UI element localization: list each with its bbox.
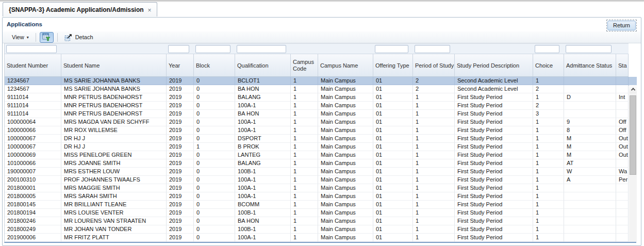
column-header-campus_name[interactable]: Campus Name: [318, 54, 373, 76]
table-cell: 1: [291, 77, 318, 85]
column-header-campus_code[interactable]: Campus Code: [291, 54, 318, 76]
table-cell: 0: [194, 159, 235, 168]
table-cell: Main Campus: [318, 168, 373, 176]
column-header-admittance_status[interactable]: Admittance Status: [564, 54, 616, 76]
table-cell: Main Campus: [318, 184, 373, 192]
table-cell: 01: [373, 192, 413, 201]
filter-input-choice[interactable]: [535, 45, 559, 53]
table-cell: 0: [194, 225, 235, 234]
table-cell: Main Campus: [318, 77, 373, 85]
filter-input-year[interactable]: [168, 45, 189, 53]
table-cell: 1: [413, 184, 455, 192]
column-header-status[interactable]: Sta: [616, 54, 629, 76]
tab-academic-application-admission[interactable]: {SNAPPA-3} Academic Application/Admissio…: [3, 2, 157, 17]
filter-input-qualification[interactable]: [237, 45, 286, 53]
table-row[interactable]: 9111014MNR PETRUS BADENHORST20190BA HON1…: [5, 110, 629, 118]
table-cell: 1: [533, 192, 564, 201]
query-by-example-toggle-button[interactable]: [40, 32, 54, 43]
table-row[interactable]: 201800005MRS SARAH SMITH20190100A-11Main…: [5, 192, 629, 201]
filter-input-period_of_study[interactable]: [415, 45, 450, 53]
table-cell: BCLOT1: [235, 77, 291, 85]
table-row[interactable]: 100000069MISS PENELOPE GREEN20190LANTEG1…: [5, 151, 629, 159]
view-menu-button[interactable]: View ▾: [9, 32, 32, 42]
filter-cell: [616, 44, 629, 54]
table-cell: 2019: [167, 176, 194, 184]
table-row[interactable]: 190000007MRS ESTHER LOUW20190100B-11Main…: [5, 168, 629, 176]
chevron-down-icon: ▾: [27, 35, 29, 40]
table-cell: Int: [616, 93, 629, 102]
table-row[interactable]: 201800145MR BRILLIANT TLEANE20190BCOMM1M…: [5, 201, 629, 209]
table-row[interactable]: 1234567MS SARIE JOHANNA BANKS20190BA HON…: [5, 85, 629, 93]
table-cell: 100A-1: [235, 234, 291, 242]
filter-input-block[interactable]: [195, 45, 230, 53]
column-header-qualification[interactable]: Qualification: [235, 54, 291, 76]
table-cell: 1: [533, 151, 564, 159]
column-header-period_of_study[interactable]: Period of Study: [413, 54, 455, 76]
filter-input-offering_type[interactable]: [375, 45, 408, 53]
table-cell: 01: [373, 159, 413, 168]
table-cell: Main Campus: [318, 135, 373, 143]
table-cell: [564, 184, 616, 192]
column-header-offering_type[interactable]: Offering Type: [373, 54, 413, 76]
table-row[interactable]: 101000066MRS JOANNE SMITH20190BALANG1Mai…: [5, 159, 629, 168]
table-cell: [564, 102, 616, 110]
filter-input-student_number[interactable]: [6, 45, 57, 53]
table-cell: MS SARIE JOHANNA BANKS: [61, 77, 167, 85]
column-header-student_number[interactable]: Student Number: [5, 54, 61, 76]
table-cell: 2019: [167, 217, 194, 225]
table-cell: MS SARIE JOHANNA BANKS: [61, 85, 167, 93]
table-cell: Out: [616, 151, 629, 159]
table-row[interactable]: 9111014MNR PETRUS BADENHORST20190100A-11…: [5, 102, 629, 110]
table-row[interactable]: 201900006MR FRITZ PLATT20190100A-11Main …: [5, 234, 629, 242]
table-cell: 100000066: [5, 126, 61, 135]
filter-cell: [318, 44, 373, 54]
table-cell: Second Academic Level: [455, 85, 533, 93]
column-header-choice[interactable]: Choice: [533, 54, 564, 76]
table-row[interactable]: 100000067DR HJ J20191B PROK1Main Campus0…: [5, 143, 629, 151]
table-cell: MNR PETRUS BADENHORST: [61, 110, 167, 118]
table-cell: Main Campus: [318, 217, 373, 225]
column-header-year[interactable]: Year: [167, 54, 194, 76]
table-row[interactable]: 201800246MR LOURENS VAN STRAATEN20190BA …: [5, 217, 629, 225]
detach-button[interactable]: Detach: [61, 32, 96, 43]
scrollbar-thumb[interactable]: [630, 95, 636, 175]
scroll-up-button[interactable]: [629, 85, 637, 93]
table-cell: [616, 77, 629, 85]
table-row[interactable]: 9111014MNR PETRUS BADENHORST20190BALANG1…: [5, 93, 629, 102]
table-cell: [616, 85, 629, 93]
vertical-scrollbar[interactable]: [629, 85, 637, 242]
table-row[interactable]: 100000064MRS MAGDA VAN DER SCHYFF2019010…: [5, 118, 629, 126]
table-cell: 2019: [167, 77, 194, 85]
table-cell: 01: [373, 184, 413, 192]
table-cell: First Study Period: [455, 93, 533, 102]
detach-label: Detach: [75, 34, 93, 40]
table-cell: 01: [373, 225, 413, 234]
table-row[interactable]: 201800001MRS MAGGIE SMITH20190100A-11Mai…: [5, 184, 629, 192]
table-row[interactable]: 201800249MR JOHAN VAN TONDER20190100B-11…: [5, 225, 629, 234]
table-cell: 201800194: [5, 209, 61, 217]
table-cell: 1: [291, 135, 318, 143]
column-header-block[interactable]: Block: [194, 54, 235, 76]
column-header-study_period_description[interactable]: Study Period Description: [455, 54, 533, 76]
table-row[interactable]: 201800194MRS LOUISE VENTER20190100B-11Ma…: [5, 209, 629, 217]
table-cell: 2019: [167, 159, 194, 168]
table-cell: 100A-1: [235, 126, 291, 135]
table-row[interactable]: 200100310PROF JOHANNES TWAALFS20190100A-…: [5, 176, 629, 184]
table-row[interactable]: 100000066MR ROX WILLEMSE20190100A-11Main…: [5, 126, 629, 135]
table-cell: 200100310: [5, 176, 61, 184]
table-row[interactable]: 100000067DR HJ J20190DSPORT1Main Campus0…: [5, 135, 629, 143]
column-header-student_name[interactable]: Student Name: [61, 54, 167, 76]
table-cell: BCOMM: [235, 201, 291, 209]
filter-cell: [194, 44, 235, 54]
tab-close-icon[interactable]: ×: [148, 6, 152, 13]
table-row[interactable]: 1234567MS SARIE JOHANNA BANKS20190BCLOT1…: [5, 77, 629, 85]
table-cell: 9111014: [5, 102, 61, 110]
table-cell: Main Campus: [318, 234, 373, 242]
table-cell: 0: [194, 176, 235, 184]
table-cell: [564, 192, 616, 201]
table-cell: 1: [413, 102, 455, 110]
table-cell: 1: [291, 126, 318, 135]
table-cell: First Study Period: [455, 159, 533, 168]
filter-input-admittance_status[interactable]: [566, 45, 612, 53]
return-button[interactable]: Return: [607, 21, 636, 30]
